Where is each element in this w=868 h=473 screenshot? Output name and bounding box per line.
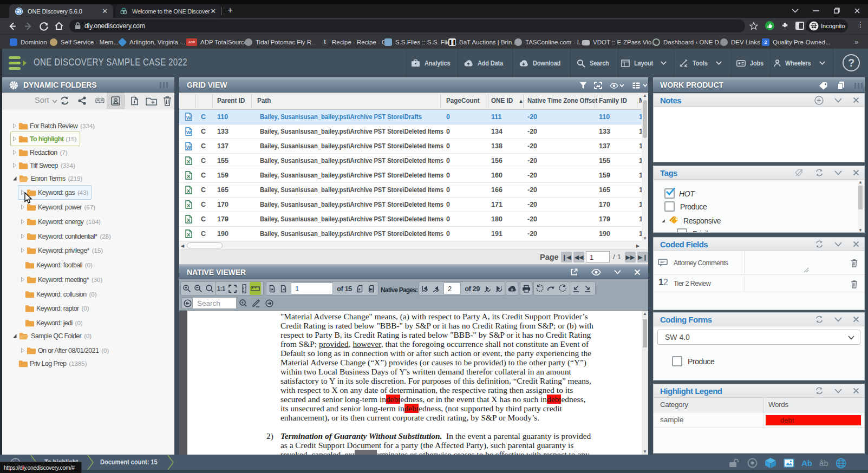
svg-text:X: X [187, 202, 191, 208]
svg-text:X: X [187, 217, 191, 223]
svg-text:X: X [187, 188, 191, 194]
svg-text:W: W [186, 144, 191, 150]
svg-text:X: X [187, 173, 191, 179]
svg-text:X: X [187, 159, 191, 165]
svg-text:W: W [186, 115, 191, 121]
svg-text:W: W [186, 129, 191, 135]
svg-text:X: X [187, 232, 191, 238]
